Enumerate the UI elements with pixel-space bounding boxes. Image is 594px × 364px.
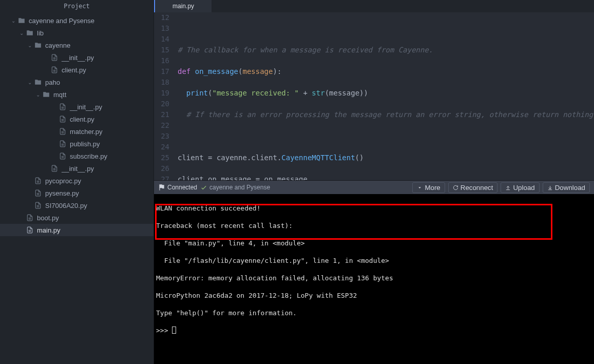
tree-label: publish.py: [70, 140, 100, 148]
tree-file-si7006[interactable]: ⌄ SI7006A20.py: [0, 199, 154, 212]
folder-icon: [26, 29, 34, 37]
tree-folder-lib[interactable]: ⌄ lib: [0, 27, 154, 39]
file-icon: [59, 127, 67, 136]
tree-label: boot.py: [37, 214, 59, 222]
tree-file-pysense[interactable]: ⌄ pysense.py: [0, 187, 154, 199]
tree-label: paho: [45, 79, 60, 86]
project-tree: ⌄ cayenne and Pysense ⌄ lib ⌄ cayenne ⌄: [0, 12, 154, 364]
terminal-cursor: [172, 327, 176, 334]
status-connected-label: Connected: [167, 184, 197, 191]
file-icon: [59, 152, 67, 160]
terminal-panel[interactable]: WLAN connection succeeded! Traceback (mo…: [154, 194, 594, 364]
refresh-icon: [453, 185, 458, 190]
more-button[interactable]: More: [412, 182, 445, 193]
terminal-line: File "/flash/lib/cayenne/client.py", lin…: [156, 256, 592, 265]
chevron-down-icon: ⌄: [27, 42, 33, 48]
download-icon: [547, 185, 553, 190]
file-icon: [59, 140, 67, 148]
pymakr-toolbar: Connected cayenne and Pysense More Recon…: [154, 180, 594, 194]
folder-icon: [42, 90, 50, 99]
tree-label: mqtt: [53, 91, 66, 99]
terminal-line: File "main.py", line 4, in <module>: [156, 239, 592, 247]
tree-folder-cayenne[interactable]: ⌄ cayenne: [0, 39, 154, 51]
file-icon: [34, 189, 42, 197]
tree-label: client.py: [70, 116, 94, 123]
folder-icon: [34, 78, 42, 86]
terminal-prompt-line: >>>: [156, 326, 592, 335]
tree-label: main.py: [37, 226, 61, 234]
tree-folder-root[interactable]: ⌄ cayenne and Pysense: [0, 14, 154, 27]
editor-content[interactable]: # The callback for when a message is rec…: [175, 12, 594, 180]
tree-label: cayenne: [45, 42, 70, 49]
download-button[interactable]: Download: [543, 182, 590, 193]
more-label: More: [425, 184, 440, 191]
tree-file-cayenne-client[interactable]: ⌄ client.py: [0, 64, 154, 76]
chevron-down-icon: ⌄: [35, 91, 41, 98]
terminal-line: MicroPython 2ac6da2 on 2017-12-18; LoPy …: [156, 291, 592, 300]
chevron-down-icon: ⌄: [10, 17, 16, 24]
tree-label: __init__.py: [62, 165, 94, 173]
tree-file-pycoproc[interactable]: ⌄ pycoproc.py: [0, 175, 154, 187]
tree-file-mqtt-subscribe[interactable]: ⌄ subscribe.py: [0, 150, 154, 162]
tree-label: __init__.py: [62, 54, 94, 62]
terminal-line: MemoryError: memory allocation failed, a…: [156, 274, 592, 282]
tab-bar: main.py: [154, 0, 594, 12]
upload-icon: [505, 185, 511, 190]
chevron-down-icon: ⌄: [18, 30, 25, 36]
project-sidebar: Project ⌄ cayenne and Pysense ⌄ lib ⌄ ca…: [0, 0, 154, 364]
upload-button[interactable]: Upload: [501, 182, 539, 193]
tree-file-paho-init[interactable]: ⌄ __init__.py: [0, 162, 154, 175]
tab-main-py[interactable]: main.py: [154, 0, 212, 12]
chevron-down-icon: [417, 185, 423, 190]
reconnect-label: Reconnect: [461, 184, 493, 191]
file-icon: [50, 164, 59, 173]
tree-file-boot[interactable]: ⌄ boot.py: [0, 212, 154, 224]
tree-label: pysense.py: [45, 189, 79, 197]
status-connected: Connected: [158, 184, 197, 191]
file-icon: [34, 201, 42, 209]
tree-file-mqtt-init[interactable]: ⌄ __init__.py: [0, 101, 154, 113]
tree-label: subscribe.py: [70, 152, 107, 160]
tree-folder-mqtt[interactable]: ⌄ mqtt: [0, 88, 154, 101]
tree-file-cayenne-init[interactable]: ⌄ __init__.py: [0, 51, 154, 64]
reconnect-button[interactable]: Reconnect: [448, 182, 498, 193]
file-icon: [59, 103, 67, 111]
status-project-label: cayenne and Pysense: [209, 184, 270, 191]
tree-file-mqtt-publish[interactable]: ⌄ publish.py: [0, 138, 154, 150]
file-icon: [50, 66, 59, 74]
terminal-line: Type "help()" for more information.: [156, 309, 592, 317]
tree-label: client.py: [62, 66, 86, 74]
chevron-down-icon: ⌄: [27, 79, 33, 85]
upload-label: Upload: [513, 184, 534, 191]
terminal-line: Traceback (most recent call last):: [156, 221, 592, 230]
file-icon: [59, 115, 67, 123]
flag-icon: [158, 184, 165, 191]
tree-folder-paho[interactable]: ⌄ paho: [0, 76, 154, 88]
tree-label: SI7006A20.py: [45, 202, 87, 209]
tree-label: pycoproc.py: [45, 177, 81, 185]
download-label: Download: [555, 184, 585, 191]
tree-file-mqtt-client[interactable]: ⌄ client.py: [0, 113, 154, 125]
editor-gutter: 121314 151617 181920 212223 242526 27282…: [154, 12, 175, 180]
sidebar-title: Project: [0, 0, 154, 12]
file-icon: [26, 226, 34, 234]
terminal-line: WLAN connection succeeded!: [156, 204, 592, 213]
file-icon: [50, 53, 59, 62]
check-icon: [200, 184, 207, 191]
tree-file-mqtt-matcher[interactable]: ⌄ matcher.py: [0, 125, 154, 138]
tree-label: cayenne and Pysense: [29, 17, 94, 25]
tree-label: lib: [37, 29, 44, 37]
tree-file-main[interactable]: ⌄ main.py: [0, 224, 154, 236]
main-area: main.py 121314 151617 181920 212223 2425…: [154, 0, 594, 364]
tree-label: __init__.py: [70, 103, 102, 111]
folder-icon: [17, 16, 26, 25]
file-icon: [34, 177, 42, 185]
status-project: cayenne and Pysense: [200, 184, 270, 191]
tab-label: main.py: [173, 3, 194, 10]
tree-label: matcher.py: [70, 128, 103, 136]
file-icon: [26, 214, 34, 222]
folder-icon: [34, 41, 42, 49]
code-editor[interactable]: 121314 151617 181920 212223 242526 27282…: [154, 12, 594, 180]
